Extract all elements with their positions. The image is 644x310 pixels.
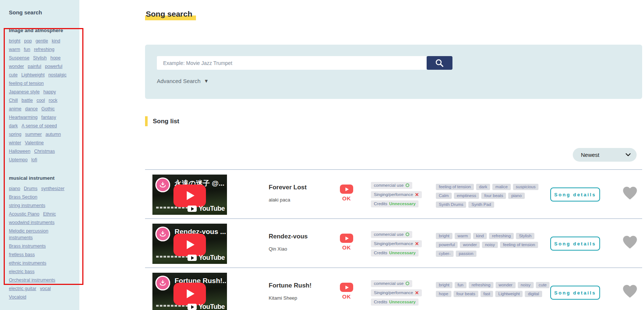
advanced-search-toggle[interactable]: Advanced Search ▼ [157, 78, 209, 84]
song-tag[interactable]: warm [455, 233, 471, 239]
sidebar-tag-link[interactable]: hope [50, 55, 61, 61]
sidebar-tag-link[interactable]: cool [37, 98, 45, 103]
song-tag[interactable]: four beats [454, 291, 478, 297]
sidebar-tag-link[interactable]: synthesizer [41, 186, 64, 191]
sidebar-tag-link[interactable]: painful [28, 64, 41, 69]
sidebar-tag-link[interactable]: Japanese style [9, 89, 39, 94]
sidebar-tag-link[interactable]: Uptempo [9, 157, 28, 162]
sidebar-tag-link[interactable]: dance [25, 106, 38, 111]
sidebar-tag-link[interactable]: electric guitar [9, 286, 36, 291]
sidebar-tag-link[interactable]: Orchestral instruments [9, 278, 55, 283]
sidebar-tag-link[interactable]: Valentine [25, 140, 44, 145]
song-tag[interactable]: wonder [460, 242, 480, 248]
song-tag[interactable]: dark [476, 184, 490, 190]
sidebar-tag-link[interactable]: Brass instruments [9, 244, 46, 249]
sidebar-tag-link[interactable]: dark [9, 123, 18, 128]
sidebar-tag-link[interactable]: Halloween [9, 149, 30, 154]
sidebar-tag-link[interactable]: summer [25, 132, 42, 137]
sidebar-tag-link[interactable]: Christmas [34, 149, 55, 154]
video-thumbnail[interactable]: 永遠の迷子 @... YouTube [152, 175, 227, 215]
song-tag[interactable]: noisy [518, 282, 534, 288]
song-tag[interactable]: Lightweight [495, 291, 523, 297]
sidebar-tag-link[interactable]: spring [9, 132, 21, 137]
sidebar-tag-link[interactable]: powerful [45, 64, 62, 69]
sidebar-tag-link[interactable]: happy [43, 89, 56, 94]
song-tag[interactable]: suspicious [513, 184, 539, 190]
song-tag[interactable]: noisy [482, 242, 498, 248]
song-tag[interactable]: malice [492, 184, 510, 190]
song-details-button[interactable]: Song details [550, 237, 600, 251]
song-tag[interactable]: digital [525, 291, 542, 297]
sidebar-tag-link[interactable]: feeling of tension [9, 81, 44, 86]
sidebar-tag-link[interactable]: warm [9, 47, 20, 52]
sidebar-tag-link[interactable]: fantasy [41, 115, 56, 120]
favorite-heart-icon[interactable] [621, 283, 639, 299]
song-tag[interactable]: Synth Pad [468, 202, 494, 208]
song-tag[interactable]: cute [536, 282, 550, 288]
song-tag[interactable]: passion [456, 251, 476, 257]
search-button[interactable] [427, 56, 452, 70]
song-tag[interactable]: feeling of tension [500, 242, 538, 248]
sidebar-tag-link[interactable]: ethnic instruments [9, 261, 46, 266]
sidebar-tag-link[interactable]: piano [9, 186, 20, 191]
sidebar-tag-link[interactable]: battle [21, 98, 33, 103]
sidebar-tag-link[interactable]: Stylish [33, 55, 47, 61]
song-tag[interactable]: emptiness [454, 193, 479, 199]
sidebar-tag-link[interactable]: cute [9, 72, 18, 78]
sidebar-tag-link[interactable]: rock [49, 98, 58, 103]
video-thumbnail[interactable]: Rendez-vous ... YouTube [152, 224, 227, 264]
song-tag[interactable]: fun [455, 282, 466, 288]
song-tag[interactable]: wonder [496, 282, 516, 288]
play-button[interactable] [173, 233, 206, 256]
song-tag[interactable]: powerful [436, 242, 458, 248]
favorite-heart-icon[interactable] [621, 234, 639, 250]
play-button[interactable] [173, 282, 206, 305]
sidebar-tag-link[interactable]: kind [52, 38, 60, 44]
song-tag[interactable]: Synth Drums [436, 202, 466, 208]
song-tag[interactable]: piano [508, 193, 524, 199]
sidebar-tag-link[interactable]: bright [9, 38, 20, 44]
song-tag[interactable]: Calm [436, 193, 452, 199]
song-tag[interactable]: kind [473, 233, 487, 239]
sidebar-tag-link[interactable]: A sense of speed [21, 123, 57, 128]
song-details-button[interactable]: Song details [550, 286, 600, 300]
sidebar-tag-link[interactable]: wonder [9, 64, 24, 69]
sidebar-tag-link[interactable]: Suspense [9, 55, 30, 61]
sidebar-tag-link[interactable]: Brass Section [9, 194, 37, 200]
song-tag[interactable]: hope [436, 291, 451, 297]
song-tag[interactable]: feeling of tension [436, 184, 474, 190]
sidebar-tag-link[interactable]: woodwind instruments [9, 220, 55, 225]
play-button[interactable] [173, 184, 206, 207]
sort-select[interactable]: Newest [573, 148, 637, 162]
song-tag[interactable]: bright [436, 282, 452, 288]
sidebar-tag-link[interactable]: gentle [35, 38, 48, 44]
sidebar-tag-link[interactable]: Gothic [41, 106, 55, 111]
sidebar-tag-link[interactable]: anime [9, 106, 21, 111]
song-tag[interactable]: bright [436, 233, 452, 239]
sidebar-tag-link[interactable]: refreshing [34, 47, 55, 52]
favorite-heart-icon[interactable] [621, 185, 639, 201]
sidebar-tag-link[interactable]: string instruments [9, 203, 45, 208]
song-tag[interactable]: four beats [481, 193, 506, 199]
sidebar-tag-link[interactable]: vocal [40, 286, 51, 291]
sidebar-tag-link[interactable]: Ethnic [43, 211, 56, 217]
song-tag[interactable]: fast [481, 291, 493, 297]
sidebar-tag-link[interactable]: Melodic percussion instruments [9, 228, 48, 240]
sidebar-tag-link[interactable]: Heartwarming [9, 115, 38, 120]
sidebar-tag-link[interactable]: Acoustic Piano [9, 211, 39, 217]
sidebar-tag-link[interactable]: pop [24, 38, 32, 44]
song-tag[interactable]: Stylish [516, 233, 534, 239]
sidebar-tag-link[interactable]: winter [9, 140, 21, 145]
sidebar-tag-link[interactable]: Vocaloid [9, 294, 26, 300]
sidebar-tag-link[interactable]: fun [24, 47, 30, 52]
sidebar-tag-link[interactable]: lofi [31, 157, 37, 162]
song-tag[interactable]: refreshing [469, 282, 493, 288]
sidebar-tag-link[interactable]: fretless bass [9, 252, 35, 257]
sidebar-tag-link[interactable]: Drums [24, 186, 38, 191]
sidebar-tag-link[interactable]: electric bass [9, 269, 34, 274]
sidebar-tag-link[interactable]: nostalgic [48, 72, 66, 78]
song-tag[interactable]: cyber- [436, 251, 454, 257]
song-details-button[interactable]: Song details [550, 187, 600, 202]
search-input[interactable] [157, 56, 427, 70]
sidebar-tag-link[interactable]: Lightweight [21, 72, 45, 78]
